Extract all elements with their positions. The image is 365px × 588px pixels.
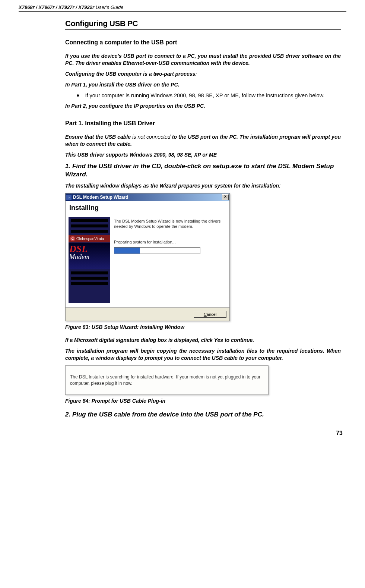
brand-box: G GlobespanVirata (69, 235, 110, 242)
bullet-row: ● If your computer is running Windows 20… (76, 92, 341, 99)
brand-icon: G (70, 236, 75, 241)
wizard-titlebar: ♪ DSL Modem Setup Wizard X (66, 194, 229, 201)
para-digsig: If a Microsoft digital signature dialog … (65, 337, 341, 344)
modem-text: Modem (69, 253, 110, 261)
header-guide: User's Guide (94, 4, 123, 10)
step2-heading: 2. Plug the USB cable from the device in… (65, 411, 341, 419)
page-number: 73 (19, 430, 343, 437)
para-ensure: Ensure that the USB cable is not connect… (65, 133, 341, 148)
page-header: X7968r / X7967r / X7927r / X7922r User's… (19, 4, 346, 12)
dsl-text: DSL (69, 245, 110, 253)
cancel-underline: C (204, 312, 207, 317)
para-part1: In Part 1, you install the USB driver on… (65, 81, 341, 88)
wizard-heading: Installing (69, 204, 226, 212)
wizard-window: ♪ DSL Modem Setup Wizard X Installing G … (65, 193, 230, 321)
close-icon[interactable]: X (222, 194, 229, 200)
bullet-text: If your computer is running Windows 2000… (85, 92, 341, 99)
para-intro: If you use the device's USB port to conn… (65, 53, 341, 67)
para-part2: In Part 2, you configure the IP properti… (65, 103, 341, 110)
wizard-title: DSL Modem Setup Wizard (73, 195, 128, 200)
wizard-msg1: The DSL Modem Setup Wizard is now instal… (114, 218, 226, 229)
heading-connecting: Connecting a computer to the USB port (65, 39, 341, 46)
brand-text: GlobespanVirata (76, 237, 104, 241)
cancel-button[interactable]: Cancel (194, 311, 226, 318)
figure84-caption: Figure 84: Prompt for USB Cable Plug-in (65, 398, 341, 404)
cancel-rest: ancel (207, 312, 216, 317)
section-title: Configuring USB PC (65, 19, 341, 30)
step1-heading: 1. Find the USB driver in the CD, double… (65, 162, 341, 179)
heading-part1: Part 1. Installing the USB Driver (65, 120, 341, 127)
prompt-box: The DSL Installer is searching for insta… (65, 365, 269, 395)
wizard-msg2: Preparing system for installation... (114, 240, 226, 244)
progress-bar (114, 247, 200, 254)
para-twopart: Configuring the USB computer is a two-pa… (65, 70, 341, 78)
wizard-sidebar: G GlobespanVirata DSL Modem (69, 217, 110, 303)
ensure-b: is not connected (132, 134, 170, 140)
ensure-a: Ensure that the USB cable (65, 134, 132, 140)
figure83-caption: Figure 83: USB Setup Wizard: Installing … (65, 324, 341, 330)
wizard-app-icon: ♪ (66, 195, 72, 200)
para-installwin: The Installing window displays as the Wi… (65, 182, 341, 189)
para-copying: The installation program will begin copy… (65, 348, 341, 362)
bullet-icon: ● (76, 92, 79, 99)
para-supports: This USB driver supports Windows 2000, 9… (65, 151, 341, 158)
dsl-modem-logo: DSL Modem (69, 243, 110, 269)
prompt-text: The DSL Installer is searching for insta… (70, 374, 260, 386)
header-models: X7968r / X7967r / X7927r / X7922r (19, 4, 94, 10)
